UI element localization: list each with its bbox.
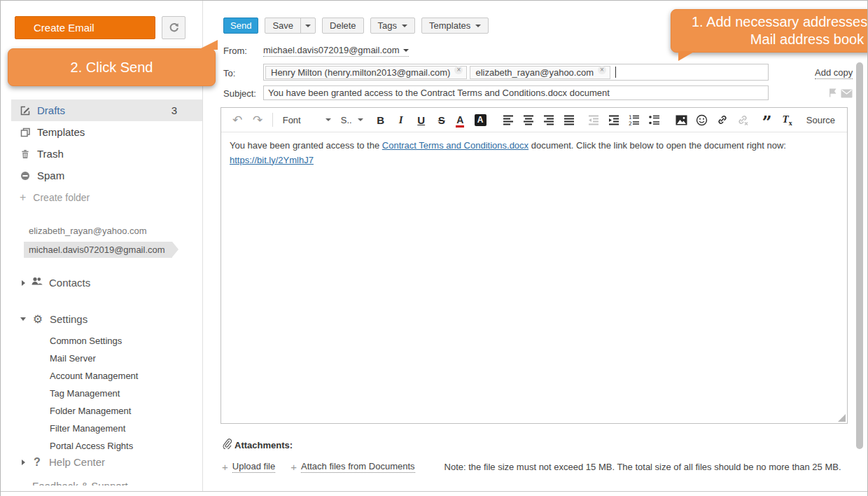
source-label: Source bbox=[806, 115, 835, 125]
drafts-count-badge: 3 bbox=[172, 104, 177, 116]
folder-label: Spam bbox=[37, 170, 64, 181]
attachments-section: Attachments: bbox=[222, 439, 293, 452]
sidebar-item-settings[interactable]: ⚙ Settings bbox=[1, 313, 202, 325]
attach-from-documents-link[interactable]: Attach files from Documents bbox=[301, 461, 415, 473]
save-split-button[interactable]: Save bbox=[265, 18, 316, 34]
from-label: From: bbox=[223, 46, 247, 56]
settings-item-mail-server[interactable]: Mail Server bbox=[50, 350, 138, 367]
increase-indent-button[interactable] bbox=[606, 111, 622, 128]
drafts-icon bbox=[20, 105, 31, 116]
font-family-dropdown[interactable]: Font bbox=[283, 115, 331, 125]
numbered-list-button[interactable]: 12 bbox=[626, 111, 642, 128]
from-account-selector[interactable]: michael.davis072019@gmail.com bbox=[263, 45, 409, 57]
font-size-label: S.. bbox=[341, 115, 352, 125]
attachment-size-note: Note: the file size must not exceed 15 M… bbox=[444, 462, 841, 472]
spam-icon bbox=[20, 170, 31, 181]
italic-icon: I bbox=[399, 114, 403, 126]
account-item[interactable]: elizabeth_rayan@yahoo.com bbox=[1, 222, 202, 240]
font-size-dropdown[interactable]: S.. bbox=[341, 115, 363, 125]
text-color-button[interactable]: A bbox=[454, 111, 470, 128]
remove-recipient-icon[interactable]: × bbox=[454, 66, 463, 74]
contacts-icon bbox=[31, 276, 43, 289]
chevron-down-icon bbox=[403, 49, 409, 52]
recipient-chip[interactable]: elizabeth_rayan@yahoo.com × bbox=[470, 66, 610, 79]
tags-dropdown-button[interactable]: Tags bbox=[370, 18, 415, 34]
blockquote-button[interactable]: ” bbox=[760, 111, 775, 128]
insert-link-button[interactable] bbox=[715, 111, 730, 128]
vertical-scrollbar[interactable] bbox=[856, 62, 863, 449]
sidebar-item-spam[interactable]: Spam bbox=[11, 165, 202, 186]
shortlink[interactable]: https://bit.ly/2YmlhJ7 bbox=[230, 155, 314, 165]
account-item-selected[interactable]: michael.davis072019@gmail.com bbox=[24, 242, 172, 258]
refresh-button[interactable] bbox=[162, 16, 186, 39]
decrease-indent-button[interactable] bbox=[586, 111, 601, 128]
align-left-icon bbox=[503, 114, 514, 125]
remove-link-button[interactable] bbox=[735, 111, 750, 128]
save-button[interactable]: Save bbox=[265, 20, 300, 31]
create-folder-button[interactable]: + Create folder bbox=[11, 186, 202, 208]
underline-button[interactable]: U bbox=[414, 111, 429, 128]
settings-item-tag-management[interactable]: Tag Management bbox=[50, 385, 138, 402]
editor-toolbar: ↶ ↷ Font S.. B I U S A bbox=[221, 108, 847, 132]
bulleted-list-button[interactable] bbox=[647, 111, 662, 128]
remove-recipient-icon[interactable]: × bbox=[598, 66, 606, 74]
settings-item-portal-access-rights[interactable]: Portal Access Rights bbox=[50, 437, 138, 455]
send-button[interactable]: Send bbox=[223, 18, 258, 34]
align-center-icon bbox=[523, 114, 534, 125]
text-color-icon: A bbox=[456, 115, 463, 125]
callout-tail bbox=[678, 51, 695, 61]
message-body-input[interactable]: You have been granted access to the Cont… bbox=[221, 132, 847, 174]
toolbar-separator bbox=[272, 113, 273, 127]
sidebar-item-drafts[interactable]: Drafts 3 bbox=[11, 99, 202, 121]
settings-item-common-settings[interactable]: Common Settings bbox=[50, 332, 138, 350]
sidebar-item-feedback-clipped[interactable]: Feedback & Support bbox=[1, 480, 202, 485]
settings-submenu: Common Settings Mail Server Account Mana… bbox=[50, 332, 138, 455]
request-read-receipt-icon[interactable] bbox=[841, 88, 853, 101]
background-color-button[interactable]: A bbox=[475, 111, 490, 128]
compose-area: Send Save Delete Tags Templates Saved at… bbox=[203, 1, 868, 491]
document-link[interactable]: Contract Terms and Conditions.docx bbox=[382, 140, 528, 151]
italic-button[interactable]: I bbox=[393, 111, 409, 128]
upload-file-link[interactable]: Upload file bbox=[232, 461, 275, 473]
remove-format-button[interactable]: Tx bbox=[780, 111, 795, 128]
sidebar-item-templates[interactable]: Templates bbox=[11, 121, 202, 143]
settings-item-account-management[interactable]: Account Management bbox=[50, 367, 138, 385]
editor-resize-handle[interactable] bbox=[838, 414, 846, 422]
add-copy-link[interactable]: Add copy bbox=[815, 67, 853, 79]
subject-input[interactable] bbox=[263, 85, 769, 100]
link-icon bbox=[717, 114, 728, 125]
to-input[interactable]: Henry Milton (henry.milton2013@gmail.com… bbox=[263, 64, 769, 81]
source-button[interactable]: <> Source bbox=[804, 111, 834, 128]
align-left-button[interactable] bbox=[500, 111, 516, 128]
undo-button[interactable]: ↶ bbox=[230, 111, 245, 128]
folder-label: Templates bbox=[37, 126, 85, 138]
folder-list: Drafts 3 Templates Trash Spam bbox=[1, 99, 202, 208]
delete-button[interactable]: Delete bbox=[322, 18, 364, 34]
importance-flag-icon[interactable] bbox=[827, 88, 838, 101]
insert-image-button[interactable] bbox=[674, 111, 690, 128]
sidebar-item-trash[interactable]: Trash bbox=[11, 143, 202, 165]
svg-text:2: 2 bbox=[629, 120, 632, 125]
align-justify-button[interactable] bbox=[561, 111, 577, 128]
recipient-chip-text: elizabeth_rayan@yahoo.com bbox=[475, 67, 594, 78]
svg-text:1: 1 bbox=[629, 114, 632, 120]
recipient-chip[interactable]: Henry Milton (henry.milton2013@gmail.com… bbox=[265, 66, 467, 79]
sidebar-item-help-center[interactable]: ? Help Center bbox=[1, 456, 202, 468]
create-email-button[interactable]: Create Email bbox=[15, 16, 155, 39]
plus-icon: + bbox=[290, 461, 297, 473]
redo-button[interactable]: ↷ bbox=[250, 111, 265, 128]
save-dropdown-button[interactable] bbox=[300, 18, 315, 33]
templates-dropdown-button[interactable]: Templates bbox=[421, 18, 489, 34]
mail-compose-window: Create Email Drafts 3 Templates bbox=[0, 0, 868, 496]
strikethrough-button[interactable]: S bbox=[434, 111, 449, 128]
settings-item-filter-management[interactable]: Filter Management bbox=[50, 420, 138, 437]
subject-label: Subject: bbox=[223, 88, 256, 99]
sidebar-item-contacts[interactable]: Contacts bbox=[1, 276, 202, 289]
account-list: elizabeth_rayan@yahoo.com michael.davis0… bbox=[1, 222, 202, 258]
align-right-button[interactable] bbox=[541, 111, 556, 128]
chevron-right-icon bbox=[22, 280, 25, 286]
insert-emoji-button[interactable] bbox=[694, 111, 710, 128]
settings-item-folder-management[interactable]: Folder Management bbox=[50, 402, 138, 420]
bold-button[interactable]: B bbox=[373, 111, 388, 128]
align-center-button[interactable] bbox=[521, 111, 536, 128]
